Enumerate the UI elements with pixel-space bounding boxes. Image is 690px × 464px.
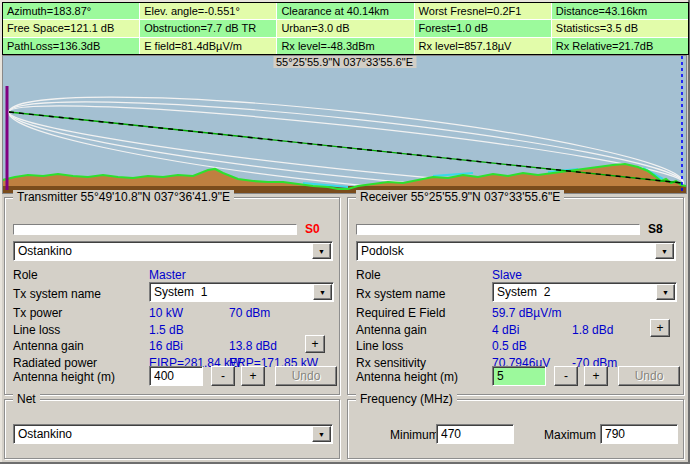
- receiver-panel: Receiver 55°25'55.9"N 037°33'55.6"E S8 P…: [347, 197, 684, 395]
- status-pathloss: PathLoss=136.3dB: [3, 38, 139, 54]
- rx-required-e-field-value: 59.7 dBµV/m: [492, 306, 562, 320]
- rx-system-value: System 2: [497, 285, 550, 299]
- net-panel: Net Ostankino ▼: [4, 399, 340, 459]
- cursor-coordinates-label: 55°25'55.9"N 037°33'55.6"E: [273, 56, 416, 68]
- path-profile-chart: 55°25'55.9"N 037°33'55.6"E: [2, 55, 687, 194]
- tx-power-dbm: 70 dBm: [229, 306, 270, 320]
- status-worst-fresnel: Worst Fresnel=0.2F1: [415, 3, 551, 19]
- tx-antenna-gain-dbd: 13.8 dBd: [229, 339, 277, 353]
- status-free-space: Free Space=121.1 dB: [3, 20, 139, 36]
- tx-station-value: Ostankino: [18, 244, 72, 258]
- rx-role-value: Slave: [492, 268, 522, 282]
- tx-power-kw: 10 kW: [149, 306, 183, 320]
- tx-system-dropdown-button[interactable]: ▼: [313, 284, 332, 300]
- profile-svg: [3, 56, 686, 193]
- frequency-minimum-input[interactable]: [436, 424, 514, 444]
- rx-antenna-height-label: Antenna height (m): [356, 370, 458, 384]
- tx-role-label: Role: [13, 268, 38, 282]
- tx-role-value: Master: [149, 268, 186, 282]
- tx-radiated-power-label: Radiated power: [13, 356, 97, 370]
- tx-undo-button[interactable]: Undo: [275, 366, 337, 386]
- frequency-legend: Frequency (MHz): [356, 392, 457, 406]
- tx-station-select[interactable]: Ostankino ▼: [13, 241, 333, 261]
- rx-sensitivity-label: Rx sensitivity: [356, 356, 426, 370]
- tx-line-loss-label: Line loss: [13, 323, 60, 337]
- status-rx-level-uv: Rx level=857.18µV: [415, 38, 551, 54]
- rx-antenna-gain-dbd: 1.8 dBd: [572, 323, 613, 337]
- rx-system-select[interactable]: System 2 ▼: [492, 282, 677, 302]
- status-forest: Forest=1.0 dB: [415, 20, 551, 36]
- chevron-down-icon: ▼: [319, 289, 326, 296]
- tx-line-loss-value: 1.5 dB: [149, 323, 184, 337]
- status-urban: Urban=3.0 dB: [277, 20, 413, 36]
- frequency-minimum-label: Minimum: [390, 428, 439, 442]
- status-obstruction: Obstruction=7.7 dB TR: [140, 20, 276, 36]
- frequency-panel: Frequency (MHz) Minimum Maximum: [347, 399, 684, 459]
- frequency-maximum-label: Maximum: [544, 428, 596, 442]
- tx-antenna-gain-label: Antenna gain: [13, 339, 84, 353]
- chevron-down-icon: ▼: [318, 431, 325, 438]
- tx-antenna-pattern-button[interactable]: +: [305, 335, 325, 353]
- link-analysis-window: Azimuth=183.87° Elev. angle=-0.551° Clea…: [0, 0, 690, 464]
- rx-undo-button[interactable]: Undo: [618, 366, 680, 386]
- rx-height-decrease-button[interactable]: -: [554, 366, 578, 386]
- tx-power-label: Tx power: [13, 306, 62, 320]
- transmitter-panel: Transmitter 55°49'10.8"N 037°36'41.9"E S…: [4, 197, 340, 395]
- transmitter-legend: Transmitter 55°49'10.8"N 037°36'41.9"E: [13, 190, 234, 204]
- tx-system-name-label: Tx system name: [13, 287, 101, 301]
- rx-system-dropdown-button[interactable]: ▼: [656, 284, 675, 300]
- rx-role-label: Role: [356, 268, 381, 282]
- chevron-down-icon: ▼: [662, 289, 669, 296]
- status-bar: Azimuth=183.87° Elev. angle=-0.551° Clea…: [2, 2, 689, 55]
- chevron-down-icon: ▼: [318, 248, 325, 255]
- rx-signal-meter: [356, 224, 640, 235]
- tx-system-select[interactable]: System 1 ▼: [149, 282, 334, 302]
- status-statistics: Statistics=3.5 dB: [552, 20, 688, 36]
- receiver-legend: Receiver 55°25'55.9"N 037°33'55.6"E: [356, 190, 564, 204]
- tx-antenna-gain-dbi: 16 dBi: [149, 339, 183, 353]
- tx-antenna-height-input[interactable]: [149, 366, 203, 386]
- rx-station-dropdown-button[interactable]: ▼: [655, 243, 674, 259]
- frequency-maximum-input[interactable]: [600, 424, 678, 444]
- net-select[interactable]: Ostankino ▼: [13, 424, 333, 444]
- tx-antenna-height-label: Antenna height (m): [13, 370, 115, 384]
- rx-height-increase-button[interactable]: +: [584, 366, 608, 386]
- rx-station-value: Podolsk: [361, 244, 404, 258]
- rx-antenna-height-input[interactable]: [492, 366, 546, 386]
- status-e-field: E field=81.4dBµV/m: [140, 38, 276, 54]
- rx-system-name-label: Rx system name: [356, 287, 445, 301]
- status-rx-level-dbm: Rx level=-48.3dBm: [277, 38, 413, 54]
- rx-antenna-pattern-button[interactable]: +: [650, 319, 670, 337]
- status-azimuth: Azimuth=183.87°: [3, 3, 139, 19]
- net-value: Ostankino: [18, 427, 72, 441]
- net-dropdown-button[interactable]: ▼: [312, 426, 331, 442]
- status-elev-angle: Elev. angle=-0.551°: [140, 3, 276, 19]
- rx-antenna-gain-label: Antenna gain: [356, 323, 427, 337]
- chevron-down-icon: ▼: [661, 248, 668, 255]
- tx-height-increase-button[interactable]: +: [241, 366, 265, 386]
- rx-line-loss-value: 0.5 dB: [492, 339, 527, 353]
- status-distance: Distance=43.16km: [552, 3, 688, 19]
- rx-antenna-gain-dbi: 4 dBi: [492, 323, 519, 337]
- tx-station-dropdown-button[interactable]: ▼: [312, 243, 331, 259]
- rx-signal-strength-label: S8: [648, 222, 663, 236]
- status-rx-relative: Rx Relative=21.7dB: [552, 38, 688, 54]
- tx-signal-meter: [13, 224, 297, 235]
- tx-system-value: System 1: [154, 285, 207, 299]
- rx-required-e-field-label: Required E Field: [356, 306, 445, 320]
- status-clearance: Clearance at 40.14km: [277, 3, 413, 19]
- net-legend: Net: [13, 392, 40, 406]
- rx-line-loss-label: Line loss: [356, 339, 403, 353]
- tx-height-decrease-button[interactable]: -: [211, 366, 235, 386]
- tx-signal-strength-label: S0: [305, 222, 320, 236]
- rx-station-select[interactable]: Podolsk ▼: [356, 241, 676, 261]
